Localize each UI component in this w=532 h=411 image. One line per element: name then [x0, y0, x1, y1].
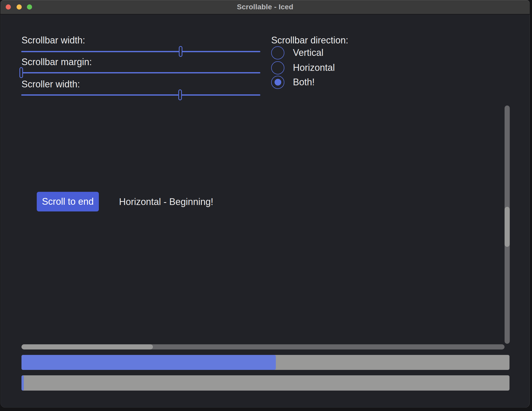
- vertical-progress-bar: [21, 355, 509, 370]
- app-window: Scrollable - Iced Scrollbar width: Scrol…: [0, 0, 532, 411]
- window-title: Scrollable - Iced: [1, 0, 530, 14]
- zoom-button[interactable]: [27, 4, 32, 10]
- slider-rail[interactable]: [21, 94, 260, 96]
- close-button[interactable]: [6, 4, 11, 10]
- radio-circle[interactable]: [271, 61, 284, 74]
- slider-handle[interactable]: [179, 46, 182, 57]
- vertical-scrollbar-thumb[interactable]: [505, 207, 510, 247]
- radio-option-horizontal[interactable]: Horizontal: [271, 61, 335, 74]
- radio-circle[interactable]: [271, 76, 284, 89]
- vertical-scrollbar-track[interactable]: [505, 105, 510, 344]
- horizontal-scrollbar-thumb[interactable]: [21, 344, 153, 349]
- scrollbar-direction-label: Scrollbar direction:: [271, 34, 348, 46]
- scrollbar-margin-label: Scrollbar margin:: [21, 56, 92, 68]
- progress-fill: [21, 355, 276, 370]
- horizontal-status-text: Horizontal - Beginning!: [119, 196, 213, 208]
- radio-option-vertical[interactable]: Vertical: [271, 46, 323, 59]
- radio-label: Both!: [293, 77, 315, 88]
- radio-label: Horizontal: [293, 62, 335, 73]
- scroll-to-end-button[interactable]: Scroll to end: [37, 192, 99, 211]
- slider-rail[interactable]: [21, 51, 260, 52]
- scroller-width-slider[interactable]: [21, 89, 260, 100]
- horizontal-scrollbar-track[interactable]: [21, 344, 505, 349]
- radio-label: Vertical: [293, 47, 323, 58]
- radio-option-both[interactable]: Both!: [271, 75, 315, 89]
- slider-rail[interactable]: [21, 72, 260, 73]
- scroller-width-label: Scroller width:: [21, 78, 80, 90]
- scrollbar-width-label: Scrollbar width:: [21, 34, 85, 46]
- radio-circle[interactable]: [271, 46, 284, 59]
- horizontal-progress-bar: [21, 375, 509, 391]
- minimize-button[interactable]: [17, 4, 22, 10]
- titlebar: Scrollable - Iced: [1, 0, 530, 14]
- scrollbar-width-slider[interactable]: [21, 46, 260, 57]
- scrollbar-margin-slider[interactable]: [21, 67, 260, 78]
- slider-handle[interactable]: [178, 89, 182, 100]
- slider-handle[interactable]: [19, 67, 23, 78]
- progress-fill: [21, 375, 24, 391]
